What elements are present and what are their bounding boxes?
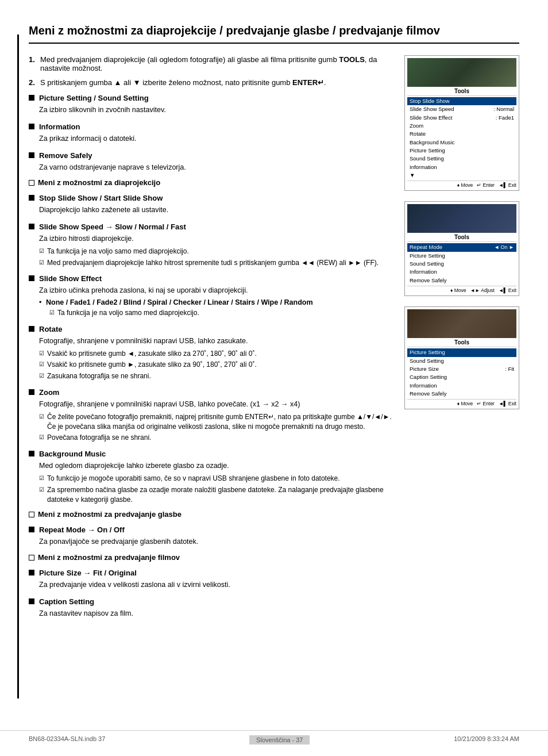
left-border [17, 34, 19, 699]
note-text: Povečana fotografija se ne shrani. [47, 433, 151, 443]
note-text: Vsakič ko pritisnete gumb ◄, zasukate sl… [47, 349, 257, 359]
tools-image-2 [407, 204, 516, 233]
tools-row: Slide Show Speed : Normal [407, 105, 516, 113]
tools-label: Zoom [410, 122, 423, 129]
section-title: Information [39, 122, 80, 131]
section-information: Information Za prikaz informacij o datot… [29, 122, 393, 144]
footer-text: ♦ Move ↵ Enter ◄▌ Exit [457, 182, 516, 188]
subsection1-header: Meni z možnostmi za diaprojekcijo [29, 178, 393, 187]
tools-row: Caption Setting [407, 373, 516, 381]
subsection2-title: Meni z možnostmi za predvajanje glasbe [38, 510, 182, 519]
section-content: Fotografije, shranjene v pomnilniški nap… [29, 336, 393, 347]
tools-row: Remove Safely [407, 390, 516, 398]
note-item: ☑ Če želite povečano fotografijo premakn… [29, 412, 393, 432]
tools-label: Sound Setting [410, 155, 444, 162]
section-bg-music: Background Music Med ogledom diaprojekci… [29, 450, 393, 504]
subsection1-title: Meni z možnostmi za diaprojekcijo [38, 178, 160, 187]
bullet-icon [29, 95, 34, 101]
content-area: 1. Med predvajanjem diaprojekcije (ali o… [29, 55, 519, 623]
page-container: Meni z možnostmi za diaprojekcije / pred… [0, 0, 548, 756]
tools-label: Sound Setting [410, 260, 444, 267]
note-item: ☑ Povečana fotografija se ne shrani. [29, 433, 393, 443]
section-repeat-mode: Repeat Mode → On / Off Za ponavljajoče s… [29, 525, 393, 547]
tools-panel-1: Tools Stop Slide Show Slide Show Speed :… [404, 55, 519, 191]
footer-left: BN68-02334A-SLN.indb 37 [29, 735, 105, 745]
step1: 1. Med predvajanjem diaprojekcije (ali o… [29, 55, 393, 72]
note-icon: ☑ [39, 475, 44, 481]
tools-row: Zoom [407, 122, 516, 130]
tools-label: Caption Setting [410, 374, 447, 381]
tools-row-label: Stop Slide Show [410, 98, 450, 105]
section-header: Background Music [29, 450, 393, 458]
step2: 2. S pritiskanjem gumba ▲ ali ▼ izberite… [29, 78, 393, 87]
tools-title-1: Tools [407, 87, 516, 96]
bullet-icon [29, 124, 34, 129]
bullet-icon [29, 570, 34, 575]
section-content: Diaprojekcijo lahko zaženete ali ustavit… [29, 205, 393, 216]
tools-label: Rotate [410, 131, 426, 137]
section-header: Rotate [29, 325, 393, 333]
footer-text: ♦ Move ◄► Adjust ◄▌ Exit [450, 287, 516, 293]
step1-num: 1. [29, 55, 35, 64]
section-slide-effect: Slide Show Effect Za izbiro učinka preho… [29, 274, 393, 318]
section-stop-slide: Stop Slide Show / Start Slide Show Diapr… [29, 194, 393, 216]
tools-row: Remove Safely [407, 277, 516, 285]
section-remove-safely: Remove Safely Za varno odstranjevanje na… [29, 151, 393, 173]
tools-row: Sound Setting [407, 155, 516, 163]
tools-row: Picture Size : Fit [407, 365, 516, 373]
tools-row-highlighted-1: Stop Slide Show [407, 97, 516, 105]
tools-label: Remove Safely [410, 390, 446, 397]
tools-label: Background Music [410, 139, 454, 146]
note-text: Ta funkcija je na voljo samo med diaproj… [57, 308, 199, 318]
section-picture-size: Picture Size → Fit / Original Za predvaj… [29, 569, 393, 590]
tools-footer-1: ♦ Move ↵ Enter ◄▌ Exit [407, 181, 516, 188]
section-header: Slide Show Effect [29, 274, 393, 283]
main-text: 1. Med predvajanjem diaprojekcije (ali o… [29, 55, 393, 623]
section-header: Repeat Mode → On / Off [29, 525, 393, 534]
section-zoom: Zoom Fotografije, shranjene v pomnilnišk… [29, 388, 393, 443]
tools-row-value: ◄ On ► [494, 244, 514, 251]
subsection-checkbox [29, 555, 34, 561]
section-content: Za varno odstranjevanje naprave s televi… [29, 162, 393, 173]
tools-label: Information [410, 268, 437, 275]
section-title: Slide Show Effect [39, 274, 102, 283]
note-text: To funkcijo je mogoče uporabiti samo, če… [47, 474, 340, 483]
section-content: Za nastavitev napisov za film. [29, 608, 393, 619]
tools-label: Remove Safely [410, 277, 446, 284]
tools-row: Information [407, 268, 516, 276]
section-title: Background Music [39, 450, 106, 458]
section-header: Information [29, 122, 393, 131]
section-rotate: Rotate Fotografije, shranjene v pomnilni… [29, 325, 393, 381]
note-text: Ta funkcija je na voljo samo med diaproj… [47, 247, 189, 256]
note-item: ☑ Zasukana fotografija se ne shrani. [29, 371, 393, 381]
section-title: Stop Slide Show / Start Slide Show [39, 194, 163, 202]
section-header: Caption Setting [29, 597, 393, 606]
tools-row-label: Repeat Mode [410, 244, 442, 251]
section-title: Remove Safely [39, 151, 92, 160]
note-item: ☑ Med predvajanjem diaprojekcije lahko h… [29, 258, 393, 268]
footer-right: 10/21/2009 8:33:24 AM [454, 735, 519, 745]
note-icon: ☑ [39, 361, 44, 367]
note-text: Vsakič ko pritisnete gumb ►, zasukate sl… [47, 360, 257, 370]
bullet-icon [29, 224, 34, 229]
tools-value: : Normal [493, 106, 514, 113]
tools-label: Picture Setting [410, 252, 445, 259]
tools-row: Information [407, 382, 516, 390]
tools-row: Picture Setting [407, 147, 516, 155]
note-text: Med predvajanjem diaprojekcije lahko hit… [47, 258, 379, 268]
bullet-icon [29, 451, 34, 456]
note-item: ☑ Ta funkcija je na voljo samo med diapr… [29, 308, 393, 318]
note-icon: ☑ [39, 373, 44, 379]
tools-value: : Fit [505, 366, 514, 373]
tools-label: Information [410, 164, 437, 171]
bullet-icon [29, 527, 34, 532]
section-slide-speed: Slide Show Speed → Slow / Normal / Fast … [29, 222, 393, 267]
tools-title-2: Tools [407, 233, 516, 242]
note-item: ☑ Za spremembo načina glasbe za ozadje m… [29, 485, 393, 505]
section-header: Slide Show Speed → Slow / Normal / Fast [29, 222, 393, 231]
section-content: Med ogledom diaprojekcije lahko izberete… [29, 460, 393, 471]
tools-label: Picture Setting [410, 147, 445, 154]
section-title: Picture Size → Fit / Original [39, 569, 137, 577]
note-icon: ☑ [39, 350, 44, 356]
footer-center: Slovenščina - 37 [249, 735, 310, 745]
